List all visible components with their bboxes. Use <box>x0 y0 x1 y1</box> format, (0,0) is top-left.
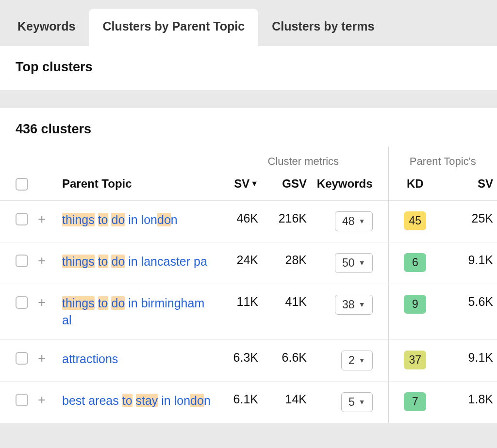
clusters-table: Cluster metrics Parent Topic's Parent To… <box>0 146 497 423</box>
row-checkbox[interactable] <box>16 296 28 309</box>
expand-icon[interactable]: + <box>38 393 46 407</box>
keywords-dropdown[interactable]: 2▼ <box>341 351 373 370</box>
keywords-dropdown[interactable]: 50▼ <box>335 253 372 273</box>
col-group-cluster-metrics: Cluster metrics <box>218 146 388 172</box>
cell-sv: 11K <box>218 284 262 339</box>
keywords-dropdown[interactable]: 48▼ <box>335 211 372 231</box>
top-clusters-title: Top clusters <box>16 60 481 75</box>
sort-desc-icon: ▼ <box>250 179 258 188</box>
col-kd[interactable]: KD <box>388 172 442 200</box>
keywords-dropdown[interactable]: 5▼ <box>341 392 373 412</box>
cell-sv2: 25K <box>442 200 497 242</box>
parent-topic-link[interactable]: things to do in birmingham al <box>62 296 204 327</box>
cell-sv2: 9.1K <box>442 339 497 381</box>
tabs-bar: Keywords Clusters by Parent Topic Cluste… <box>0 0 497 46</box>
cell-gsv: 6.6K <box>262 339 311 381</box>
col-gsv[interactable]: GSV <box>262 172 311 200</box>
chevron-down-icon: ▼ <box>359 356 365 364</box>
kd-badge: 7 <box>404 392 426 411</box>
parent-topic-link[interactable]: things to do in london <box>62 213 178 226</box>
clusters-count: 436 clusters <box>16 122 497 137</box>
tab-clusters-terms[interactable]: Clusters by terms <box>258 9 388 46</box>
cell-gsv: 14K <box>262 381 311 423</box>
col-sv2[interactable]: SV <box>442 172 497 200</box>
col-sv[interactable]: SV▼ <box>218 172 262 200</box>
cell-sv: 6.3K <box>218 339 262 381</box>
col-group-parent-topics: Parent Topic's <box>388 146 497 172</box>
parent-topic-link[interactable]: attractions <box>62 352 118 366</box>
expand-icon[interactable]: + <box>38 352 46 365</box>
kd-badge: 45 <box>404 211 426 230</box>
col-keywords[interactable]: Keywords <box>311 172 388 200</box>
row-checkbox[interactable] <box>16 352 28 365</box>
clusters-count-section: 436 clusters <box>0 108 497 146</box>
keywords-dropdown[interactable]: 38▼ <box>335 295 372 315</box>
cell-sv2: 9.1K <box>442 242 497 284</box>
cell-sv2: 5.6K <box>442 284 497 339</box>
row-checkbox[interactable] <box>16 394 28 406</box>
col-parent-topic[interactable]: Parent Topic <box>58 172 218 200</box>
select-all-checkbox[interactable] <box>16 178 28 191</box>
kd-badge: 37 <box>404 351 426 369</box>
row-checkbox[interactable] <box>16 255 28 267</box>
expand-icon[interactable]: + <box>38 212 46 226</box>
table-row: +attractions6.3K6.6K2▼379.1K <box>0 339 497 381</box>
cell-sv: 24K <box>218 242 262 284</box>
chevron-down-icon: ▼ <box>359 259 365 267</box>
tab-clusters-parent[interactable]: Clusters by Parent Topic <box>89 9 258 46</box>
clusters-table-wrapper: Cluster metrics Parent Topic's Parent To… <box>0 146 497 423</box>
cell-gsv: 216K <box>262 200 311 242</box>
cell-sv2: 1.8K <box>442 381 497 423</box>
chevron-down-icon: ▼ <box>359 398 365 406</box>
expand-icon[interactable]: + <box>38 296 46 309</box>
table-row: +best areas to stay in london6.1K14K5▼71… <box>0 381 497 423</box>
cell-gsv: 28K <box>262 242 311 284</box>
kd-badge: 6 <box>404 253 426 272</box>
parent-topic-link[interactable]: things to do in lancaster pa <box>62 255 207 268</box>
row-checkbox[interactable] <box>16 213 28 225</box>
table-row: +things to do in birmingham al11K41K38▼9… <box>0 284 497 339</box>
tab-keywords[interactable]: Keywords <box>4 9 89 46</box>
section-gap <box>0 91 497 108</box>
chevron-down-icon: ▼ <box>359 217 365 225</box>
cell-sv: 46K <box>218 200 262 242</box>
expand-icon[interactable]: + <box>38 254 46 268</box>
top-clusters-section: Top clusters <box>0 46 497 91</box>
parent-topic-link[interactable]: best areas to stay in london <box>62 394 211 407</box>
cell-sv: 6.1K <box>218 381 262 423</box>
chevron-down-icon: ▼ <box>359 301 365 308</box>
table-row: +things to do in lancaster pa24K28K50▼69… <box>0 242 497 284</box>
kd-badge: 9 <box>404 295 426 314</box>
table-row: +things to do in london46K216K48▼4525K <box>0 200 497 242</box>
cell-gsv: 41K <box>262 284 311 339</box>
